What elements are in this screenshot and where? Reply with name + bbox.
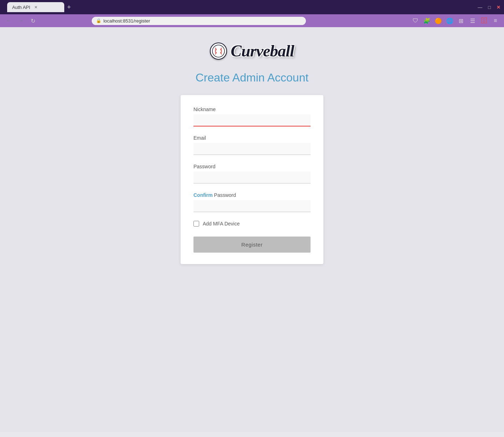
nickname-group: Nickname bbox=[193, 106, 311, 126]
mfa-label: Add MFA Device bbox=[203, 221, 240, 227]
tab-close-button[interactable]: ✕ bbox=[33, 4, 39, 10]
back-button[interactable]: ← bbox=[4, 16, 13, 25]
forward-button[interactable]: → bbox=[16, 16, 25, 25]
minimize-button[interactable]: — bbox=[478, 5, 482, 10]
confirm-password-label: Confirm Password bbox=[193, 192, 311, 198]
password-label: Password bbox=[193, 164, 311, 169]
close-button[interactable]: ✕ bbox=[497, 5, 500, 10]
password-input[interactable] bbox=[193, 172, 311, 184]
url-text: localhost:8531/register bbox=[104, 18, 302, 24]
extensions-icon[interactable]: 🧩 bbox=[423, 16, 431, 25]
baseball-icon bbox=[210, 43, 227, 60]
toolbar-icons: 🛡 🧩 🟠 🌐 ⊞ ☰ 🅂 ≡ bbox=[411, 16, 500, 25]
password-group: Password bbox=[193, 164, 311, 184]
maximize-button[interactable]: □ bbox=[488, 5, 491, 10]
confirm-password-input[interactable] bbox=[193, 200, 311, 212]
svg-line-3 bbox=[215, 52, 217, 53]
register-button[interactable]: Register bbox=[193, 237, 311, 253]
nickname-input[interactable] bbox=[193, 114, 311, 126]
tab-bar: Auth API ✕ + bbox=[4, 2, 77, 12]
address-bar-row: ← → ↻ 🔒 localhost:8531/register 🛡 🧩 🟠 🌐 … bbox=[0, 14, 504, 27]
mfa-row: Add MFA Device bbox=[193, 221, 311, 227]
shield-icon[interactable]: 🛡 bbox=[411, 16, 420, 25]
tab-title: Auth API bbox=[12, 5, 30, 10]
profile-icon[interactable]: 🟠 bbox=[434, 16, 443, 25]
page-title: Create Admin Account bbox=[196, 71, 309, 84]
logo-area: Curveball bbox=[210, 41, 294, 60]
new-tab-button[interactable]: + bbox=[64, 4, 74, 11]
menu-icon[interactable]: ≡ bbox=[491, 16, 500, 25]
browser-chrome: Auth API ✕ + — □ ✕ ← → ↻ 🔒 localhost:853… bbox=[0, 0, 504, 27]
badge-icon: 🅂 bbox=[480, 16, 488, 25]
confirm-label-highlight: Confirm bbox=[193, 192, 213, 198]
browser-titlebar: Auth API ✕ + — □ ✕ bbox=[0, 0, 504, 14]
nickname-label: Nickname bbox=[193, 106, 311, 112]
address-bar[interactable]: 🔒 localhost:8531/register bbox=[92, 17, 306, 25]
sync-icon[interactable]: 🌐 bbox=[445, 16, 454, 25]
bookmarks-icon[interactable]: ☰ bbox=[468, 16, 477, 25]
apps-icon[interactable]: ⊞ bbox=[457, 16, 465, 25]
mfa-checkbox[interactable] bbox=[193, 221, 199, 227]
svg-point-0 bbox=[212, 45, 225, 57]
logo-text: Curveball bbox=[231, 41, 294, 60]
page-content: Curveball Create Admin Account Nickname … bbox=[0, 27, 504, 432]
email-input[interactable] bbox=[193, 143, 311, 155]
confirm-password-group: Confirm Password bbox=[193, 192, 311, 212]
email-label: Email bbox=[193, 135, 311, 141]
svg-line-6 bbox=[220, 50, 222, 50]
email-group: Email bbox=[193, 135, 311, 155]
window-controls: — □ ✕ bbox=[478, 5, 500, 10]
svg-line-2 bbox=[215, 50, 217, 50]
lock-icon: 🔒 bbox=[96, 18, 101, 23]
svg-line-7 bbox=[220, 52, 222, 53]
registration-form: Nickname Email Password Confirm Password… bbox=[181, 95, 323, 264]
active-tab[interactable]: Auth API ✕ bbox=[7, 2, 64, 12]
reload-button[interactable]: ↻ bbox=[29, 16, 37, 25]
